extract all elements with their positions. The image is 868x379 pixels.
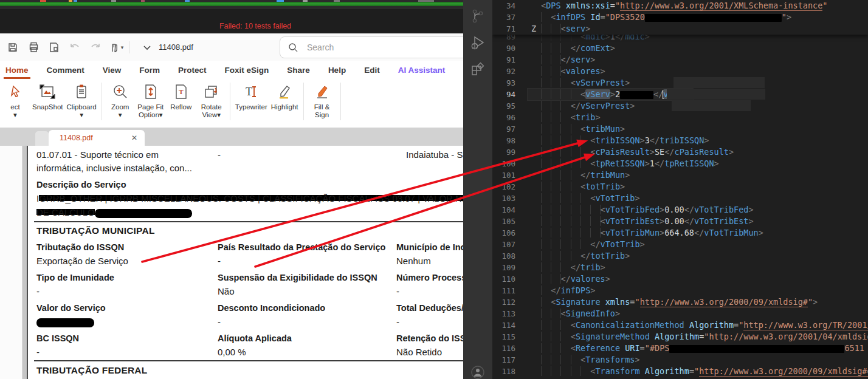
code-line-109[interactable]: 109 </trib> [492, 262, 868, 273]
tool-label: ect ▾ [10, 103, 19, 119]
print-icon[interactable] [26, 39, 41, 55]
menu-tab-foxit-esign[interactable]: Foxit eSign [216, 63, 278, 78]
field-label: País Resultado da Prestação do Serviço [218, 242, 385, 252]
code-line-106[interactable]: 106 <vTotTribMun>664.68</vTotTribMun> [492, 227, 868, 239]
snapshot-tool[interactable]: SnapShot [32, 83, 63, 111]
line-number: 71 [492, 23, 515, 35]
menu-tab-comment[interactable]: Comment [38, 63, 94, 78]
clipboard-tool[interactable]: Clipboard ▾ [67, 83, 97, 119]
service-dash: - [218, 149, 221, 160]
line-number: 112 [492, 296, 515, 308]
redo-icon [88, 39, 103, 55]
zoom-tool[interactable]: Zoom ▾ [107, 83, 134, 119]
code-editor[interactable]: 89 <mdic>1</mdic>90 </comExt>91 </serv>9… [492, 0, 868, 379]
menu-tab-view[interactable]: View [94, 63, 131, 78]
code-line-91[interactable]: 91 </serv> [492, 54, 868, 66]
section-divider-2 [34, 360, 463, 361]
code-line-108[interactable]: 108 </totTrib> [492, 250, 868, 262]
search-input[interactable]: Search [280, 36, 463, 58]
page-fit-option-tool[interactable]: Page Fit Option▾ [137, 83, 164, 119]
field-value [36, 316, 94, 327]
menu-tab-form[interactable]: Form [130, 63, 169, 78]
line-number: 111 [492, 285, 515, 296]
code-line-114[interactable]: 114 <CanonicalizationMethod Algorithm="h… [492, 319, 868, 331]
field-label: Suspensão da Exigibilidade do ISSQN [218, 273, 377, 282]
code-line-37[interactable]: 37 <infDPS Id="DPS3520"> [492, 12, 868, 23]
save-icon[interactable] [5, 39, 21, 55]
menu-tab-protect[interactable]: Protect [169, 63, 216, 78]
field-label: Tributação do ISSQN [36, 242, 124, 252]
code-line-99[interactable]: 99 <cPaisResult>SE</cPaisResult> [492, 146, 868, 158]
select-tool[interactable]: ect ▾ [2, 83, 29, 119]
typewriter-tool[interactable]: TTypewriter [235, 83, 267, 111]
code-line-110[interactable]: 110 </valores> [492, 273, 868, 285]
code-line-71[interactable]: 71Z <serv> [492, 23, 868, 35]
hand-tool-icon[interactable]: ▾ [108, 39, 124, 55]
code-line-92[interactable]: 92 <valores> [492, 66, 868, 77]
section-federal-title: TRIBUTAÇÃO FEDERAL [36, 365, 147, 376]
export-page-icon[interactable] [46, 39, 62, 55]
code-line-105[interactable]: 105 <vTotTribEst>0.00</vTotTribEst> [492, 216, 868, 227]
menu-tab-edit[interactable]: Edit [355, 63, 389, 78]
code-line-107[interactable]: 107 </vTotTrib> [492, 239, 868, 250]
code-line-115[interactable]: 115 <SignatureMethod Algorithm="http://w… [492, 331, 868, 343]
highlight-tool[interactable]: Highlight [271, 83, 298, 111]
menu-tab-home[interactable]: Home [0, 63, 38, 78]
code-line-103[interactable]: 103 <vTotTrib> [492, 193, 868, 204]
svg-text:T: T [179, 88, 184, 95]
code-line-97[interactable]: 97 <tribMun> [492, 123, 868, 135]
ghost-redaction-block [667, 89, 765, 100]
source-control-icon[interactable] [470, 9, 486, 27]
desc-redacted-line: IGRRB_OTHER | IGRRB MISCELLANEOUS. COSTS… [36, 193, 463, 203]
code-line-101[interactable]: 101 </tribMun> [492, 169, 868, 181]
code-line-111[interactable]: 111 </infDPS> [492, 285, 868, 296]
code-line-98[interactable]: 98 <tribISSQN>3</tribISSQN> [492, 135, 868, 146]
service-code-line2: informática, inclusive instalação, con..… [36, 163, 192, 173]
redaction-bar [36, 318, 94, 327]
extensions-icon[interactable] [470, 62, 486, 80]
line-number: 117 [492, 354, 515, 366]
menu-tab-share[interactable]: Share [278, 63, 319, 78]
ribbon-separator [303, 83, 304, 120]
code-line-100[interactable]: 100 <tpRetISSQN>1</tpRetISSQN> [492, 158, 868, 169]
line-number: 104 [492, 204, 515, 216]
run-debug-icon[interactable] [470, 35, 486, 53]
line-number: 103 [492, 193, 515, 204]
code-line-118[interactable]: 118 <Transform Algorithm="http://www.w3.… [492, 366, 868, 377]
code-line-104[interactable]: 104 <vTotTribFed>0.00</vTotTribFed> [492, 204, 868, 216]
reflow-tool[interactable]: TReflow [168, 83, 195, 111]
code-line-90[interactable]: 90 </comExt> [492, 43, 868, 54]
field-value: - [396, 316, 399, 327]
sticky-scroll-header[interactable]: 34<DPS xmlns:xsi="http://www.w3.org/2001… [492, 0, 868, 35]
tab-stub[interactable] [35, 131, 49, 146]
navigation-panel[interactable] [0, 146, 22, 379]
cursor-icon [9, 83, 22, 101]
pdf-page[interactable]: 01.07.01 - Suporte técnico em - Indaiatu… [28, 146, 463, 379]
code-line-34[interactable]: 34<DPS xmlns:xsi="http://www.w3.org/2001… [492, 0, 868, 12]
chevron-down-icon[interactable] [139, 39, 155, 55]
title-bar-band [0, 6, 463, 9]
tool-label: SnapShot [32, 103, 63, 111]
pagefit-icon [144, 83, 157, 101]
code-line-102[interactable]: 102 <totTrib> [492, 181, 868, 193]
field-label: Alíquota Aplicada [218, 333, 292, 343]
account-icon[interactable] [470, 364, 486, 379]
menu-tab-ai-assistant[interactable]: AI Assistant [389, 63, 455, 78]
code-line-113[interactable]: 113 <SignedInfo> [492, 308, 868, 319]
menu-tab-help[interactable]: Help [319, 63, 355, 78]
code-line-117[interactable]: 117 <Transforms> [492, 354, 868, 366]
code-line-112[interactable]: 112 <Signature xmlns="http://www.w3.org/… [492, 296, 868, 308]
foxit-window: Failed: 10 tests failed ▾11408.pdf Searc… [0, 0, 463, 379]
rotate-view-tool[interactable]: Rotate View▾ [198, 83, 225, 119]
code-line-96[interactable]: 96 <trib> [492, 112, 868, 123]
line-number: 105 [492, 216, 515, 227]
code-line-116[interactable]: 116 <Reference URI="#DPS6511 [492, 343, 868, 354]
field-value: - [396, 286, 399, 296]
document-tab[interactable]: 11408.pdf ✕ [49, 130, 145, 146]
line-number: 106 [492, 227, 515, 239]
tab-close-icon[interactable]: ✕ [131, 134, 137, 142]
screen: Failed: 10 tests failed ▾11408.pdf Searc… [0, 0, 868, 379]
fill-sign-tool[interactable]: Fill & Sign [309, 83, 336, 119]
line-number: 97 [492, 123, 515, 135]
title-bar: Failed: 10 tests failed [0, 6, 463, 33]
